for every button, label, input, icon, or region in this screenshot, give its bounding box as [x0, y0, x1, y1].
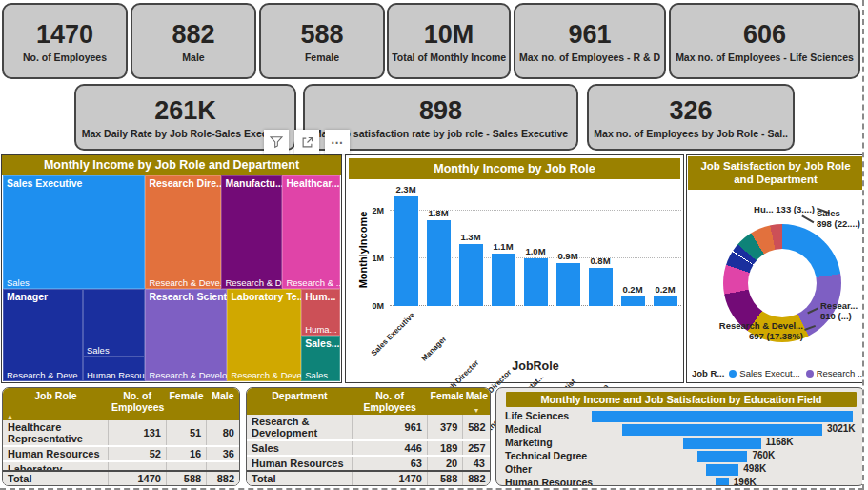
funnel-bar[interactable]: [697, 451, 748, 462]
funnel-bar[interactable]: [683, 438, 760, 449]
table-row[interactable]: Research & Development961379582: [247, 415, 490, 440]
funnel-row[interactable]: Human Resources196K: [496, 477, 864, 486]
table-header-cell[interactable]: Male: [207, 388, 239, 420]
funnel-value-label: 196K: [734, 477, 757, 486]
treemap-tile[interactable]: Sales...Sales: [301, 336, 340, 381]
bar[interactable]: [654, 296, 677, 306]
callout-line: 898 (22....): [817, 219, 864, 230]
kpi-value: 261K: [154, 96, 216, 125]
funnel-bar[interactable]: [592, 411, 853, 422]
kpi-label: Max no. of Employees - R & D: [519, 51, 660, 63]
kpi-card[interactable]: 606Max no. of Employees - Life Sciences: [669, 3, 860, 79]
total-cell: 882: [207, 472, 239, 485]
treemap-tile[interactable]: Human Resour...: [83, 357, 145, 381]
funnel-visual: Monthly Income and Job Satisfaction by E…: [495, 387, 864, 486]
tile-role-label: Sales...: [305, 337, 339, 349]
table-header-row: Job Role▲No. of EmployeesFemaleMale: [3, 388, 239, 420]
legend-items: Sales Execut...Research ...: [729, 368, 862, 378]
table-row[interactable]: Sales446189257: [247, 440, 490, 456]
kpi-card[interactable]: 961Max no. of Employees - R & D: [514, 3, 666, 79]
donut-callout: Research & Devel...697 (17.38%): [689, 321, 803, 342]
treemap-visual: Monthly Income by Job Role and Departmen…: [1, 154, 342, 383]
table-row[interactable]: Human Resources632043: [247, 456, 490, 471]
table-header-cell[interactable]: Department: [247, 388, 353, 415]
tile-dept-label: Research & D...: [225, 277, 282, 288]
bar[interactable]: [427, 220, 451, 306]
treemap-tile[interactable]: Laboratory Te...Research & Deve...: [227, 289, 301, 381]
treemap-tile[interactable]: Research ScientistResearch & Develo...: [145, 289, 227, 381]
table-cell: 961: [353, 415, 428, 440]
funnel-row[interactable]: Medical3021K: [496, 423, 864, 437]
table-total-row: Total1470588882: [247, 470, 490, 485]
bar-cell: 0.8MLaboratory Technician: [584, 268, 616, 306]
bar[interactable]: [621, 296, 645, 306]
tile-dept-label: Research & Deve...: [149, 277, 221, 288]
treemap-tile[interactable]: ManagerResearch & Deve...: [3, 289, 83, 381]
table-row[interactable]: Human Resources521636: [3, 446, 239, 461]
more-options-icon[interactable]: ⋯: [325, 130, 350, 154]
treemap-tile[interactable]: Sales: [83, 289, 145, 357]
kpi-value: 588: [300, 20, 343, 49]
table-cell: 80: [207, 420, 239, 446]
funnel-row[interactable]: Technical Degree760K: [496, 450, 864, 463]
table-header-cell[interactable]: Male▼: [463, 388, 490, 415]
kpi-label: No. of Employees: [23, 51, 107, 63]
tile-role-label: Laboratory Te...: [231, 291, 301, 302]
legend-item[interactable]: Research ...: [806, 368, 862, 378]
table-header-cell[interactable]: Female: [427, 388, 462, 415]
tile-role-label: Manufactu...: [225, 177, 282, 189]
bar[interactable]: [492, 254, 515, 306]
funnel-bar[interactable]: [716, 478, 729, 486]
tile-dept-label: Human Resour...: [87, 370, 145, 380]
filter-icon[interactable]: [264, 130, 289, 154]
total-table: Total1470588882: [3, 472, 239, 485]
treemap-tile[interactable]: Sales ExecutiveSales: [3, 175, 145, 289]
bar-cell: 1.8MManager: [422, 220, 454, 306]
tile-dept-label: Research & Deve...: [231, 370, 301, 380]
table-header-cell[interactable]: No. of Employees: [109, 388, 166, 420]
bar-cell: 0.2MHuman Resources: [616, 296, 649, 306]
funnel-row[interactable]: Marketing1168K: [496, 437, 864, 450]
treemap-tile[interactable]: Research Dire...Research & Deve...: [145, 175, 221, 289]
bar[interactable]: [589, 268, 613, 306]
kpi-value: 1470: [36, 20, 93, 49]
bar[interactable]: [459, 244, 483, 306]
funnel-category-label: Other: [505, 463, 532, 475]
callout-line: 810 (...): [820, 312, 864, 322]
table-header-cell[interactable]: Job Role▲: [3, 388, 109, 420]
treemap-tile[interactable]: Healthcar...Research & ...: [282, 175, 340, 289]
legend-item[interactable]: Sales Execut...: [729, 368, 799, 378]
table-row[interactable]: Healthcare Representative1315180: [3, 420, 239, 446]
kpi-card[interactable]: 588Female: [259, 3, 385, 79]
kpi-card[interactable]: 882Male: [131, 3, 256, 79]
data-table: DepartmentNo. of EmployeesFemaleMale▼Res…: [247, 388, 490, 472]
kpi-card[interactable]: 1470No. of Employees: [2, 3, 128, 79]
focus-mode-icon[interactable]: [294, 130, 319, 154]
table-cell: 379: [427, 415, 462, 440]
bar-value-label: 1.8M: [428, 208, 448, 218]
bar[interactable]: [394, 196, 418, 306]
bar-value-label: 0.9M: [557, 251, 577, 261]
treemap-tile[interactable]: Manufactu...Research & D...: [221, 175, 282, 289]
funnel-row[interactable]: Other498K: [496, 463, 864, 477]
kpi-value: 961: [568, 20, 611, 49]
tile-dept-label: Sales: [87, 345, 110, 356]
funnel-category-label: Life Sciences: [505, 410, 569, 421]
table-cell: Healthcare Representative: [3, 420, 109, 446]
bar[interactable]: [556, 263, 580, 306]
tile-role-label: Hum...: [305, 291, 335, 302]
tile-dept-label: Huma...: [305, 324, 336, 335]
kpi-card[interactable]: 326Max no. of Employees by Job Role - Sa…: [587, 84, 795, 151]
kpi-card[interactable]: 10MTotal of Monthly Income: [387, 3, 511, 79]
donut-title: Job Satisfaction by Job Role and Departm…: [688, 156, 863, 190]
bar[interactable]: [524, 258, 548, 306]
funnel-bar[interactable]: [706, 464, 739, 476]
kpi-label: Max no. of Employees - Life Sciences: [676, 51, 854, 63]
bar-cell: 1.3MResearch Director: [454, 244, 487, 306]
table-header-cell[interactable]: No. of Employees: [353, 388, 428, 415]
funnel-bar[interactable]: [622, 424, 822, 436]
funnel-row[interactable]: Life Sciences: [496, 410, 864, 423]
treemap-tile[interactable]: Hum...Huma...: [301, 289, 340, 337]
kpi-value: 898: [419, 96, 462, 125]
table-header-cell[interactable]: Female: [166, 388, 206, 420]
